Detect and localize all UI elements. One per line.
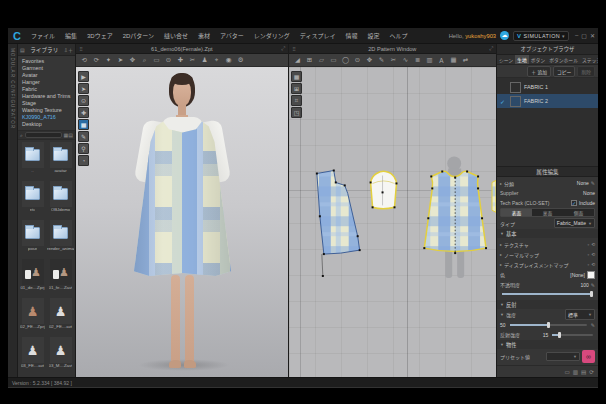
- side-tool-2d-snap[interactable]: ⊞: [291, 83, 302, 94]
- expander-icon[interactable]: ▸: [500, 262, 502, 267]
- slot-icon[interactable]: ▫: [588, 262, 590, 267]
- pattern-piece-side[interactable]: [316, 170, 361, 277]
- expander-icon[interactable]: ▼: [500, 312, 504, 317]
- library-file[interactable]: avatar: [47, 142, 74, 180]
- tool-2d-transform-pattern[interactable]: ◢: [292, 55, 303, 66]
- tool-3d-scissors-tool[interactable]: ✂: [187, 55, 198, 66]
- tool-3d-redo[interactable]: ⟳: [91, 55, 102, 66]
- tool-2d-internal-line-tool[interactable]: ≣: [412, 55, 423, 66]
- window-control-maximize[interactable]: ▢: [581, 32, 587, 39]
- pattern-piece-front[interactable]: [423, 171, 487, 255]
- tool-3d-gizmo-tool[interactable]: ⚙: [235, 55, 246, 66]
- library-file[interactable]: ♟ 02_FE…Zprj: [19, 298, 46, 336]
- expander-icon[interactable]: ▸: [500, 181, 502, 186]
- tool-3d-move-tool[interactable]: ✥: [127, 55, 138, 66]
- modular-configurator-rail[interactable]: MODULAR CONFIGURATOR: [8, 44, 18, 377]
- side-tool-3d-pose[interactable]: ⚲: [78, 143, 89, 154]
- library-location[interactable]: KJ0990_A716: [18, 114, 75, 121]
- side-tool-3d-sew[interactable]: ✚: [78, 107, 89, 118]
- window-control-close[interactable]: ✕: [590, 32, 595, 39]
- object-tab[interactable]: ボタンホール: [547, 55, 580, 64]
- edit-icon[interactable]: ✎: [591, 322, 595, 328]
- tool-3d-show-avatar[interactable]: ◉: [223, 55, 234, 66]
- tool-3d-select-tool[interactable]: ➤: [115, 55, 126, 66]
- expand-icon[interactable]: ⤢: [489, 45, 493, 52]
- library-file[interactable]: ♟ 01_fe…Zavt: [47, 259, 74, 297]
- include-checkbox[interactable]: ✓: [571, 200, 577, 206]
- menu-item[interactable]: アバター: [216, 29, 248, 42]
- library-file[interactable]: render_animat: [47, 220, 74, 258]
- library-location[interactable]: Fabric: [18, 86, 75, 93]
- footer-icon-view-single[interactable]: ▭: [564, 369, 569, 375]
- viewport-3d[interactable]: ▶➤⊙✚▦✎⚲◔: [76, 67, 288, 377]
- menu-item[interactable]: 編集: [61, 29, 81, 42]
- menu-item[interactable]: 3Dウェア: [83, 29, 117, 42]
- side-tool-2d-measure[interactable]: ⌗: [291, 95, 302, 106]
- library-file[interactable]: OBJdemo: [47, 181, 74, 219]
- object-tab[interactable]: 生地: [515, 55, 529, 64]
- reload-icon[interactable]: ⟲: [591, 262, 595, 267]
- tool-3d-mannequin-tool[interactable]: ♟: [199, 55, 210, 66]
- library-file[interactable]: pose: [19, 220, 46, 258]
- tool-2d-seam-tool[interactable]: ∿: [400, 55, 411, 66]
- library-file[interactable]: ♟ 02_FE…avt: [47, 298, 74, 336]
- section-reflection[interactable]: ▼反射: [497, 300, 598, 309]
- edit-icon[interactable]: ✎: [591, 180, 595, 186]
- slot-icon[interactable]: ▫: [588, 252, 590, 257]
- side-tool-2d-layout[interactable]: ◳: [291, 107, 302, 118]
- intensity-slider[interactable]: [510, 324, 587, 326]
- type-dropdown[interactable]: Fabric_Matte ▼: [554, 218, 595, 228]
- object-action-button-add[interactable]: ＋ 追加: [527, 66, 551, 77]
- color-swatch[interactable]: [587, 271, 595, 279]
- tool-3d-zoom-tool[interactable]: ⌕: [139, 55, 150, 66]
- menu-item[interactable]: ヘルプ: [385, 29, 411, 42]
- tool-2d-sync-tool[interactable]: ⇄: [460, 55, 471, 66]
- reload-icon[interactable]: ⟲: [591, 252, 595, 257]
- menu-item[interactable]: レンダリング: [250, 29, 294, 42]
- library-location[interactable]: Stage: [18, 100, 75, 107]
- tool-2d-grading-tool[interactable]: ▦: [448, 55, 459, 66]
- pattern-piece-sleeve[interactable]: [370, 171, 398, 209]
- opacity-slider[interactable]: [502, 293, 593, 295]
- intensity-dropdown[interactable]: 標準 ▼: [565, 309, 595, 320]
- menu-item[interactable]: 素材: [194, 29, 214, 42]
- search-input[interactable]: [25, 132, 62, 138]
- tool-3d-pin-tool[interactable]: ⊙: [163, 55, 174, 66]
- footer-icon-view-rows[interactable]: ▤: [581, 369, 586, 375]
- library-location[interactable]: Favorites: [18, 58, 75, 65]
- library-location[interactable]: Hardware and Trims: [18, 93, 75, 100]
- library-location[interactable]: Desktop: [18, 121, 75, 128]
- slot-icon[interactable]: ▫: [588, 242, 590, 247]
- footer-icon-view-columns[interactable]: ▥: [573, 369, 578, 375]
- reload-icon[interactable]: ⟲: [591, 242, 595, 247]
- footer-icon-refresh[interactable]: ⟳: [589, 369, 594, 375]
- face-tab[interactable]: 表面: [501, 209, 532, 216]
- menu-item[interactable]: ファイル: [27, 29, 59, 42]
- library-location[interactable]: Garment: [18, 65, 75, 72]
- tool-2d-circle-tool[interactable]: ◯: [340, 55, 351, 66]
- menu-item[interactable]: 2Dパターン: [119, 29, 158, 42]
- preset-dropdown[interactable]: ▼: [546, 352, 580, 361]
- tool-2d-polygon-tool[interactable]: ▱: [316, 55, 327, 66]
- tool-2d-dart-tool[interactable]: ⊙: [352, 55, 363, 66]
- tool-2d-text-tool[interactable]: A: [436, 55, 447, 66]
- edit-icon[interactable]: ✎: [591, 282, 595, 288]
- tool-2d-edit-point-tool[interactable]: ✎: [376, 55, 387, 66]
- panel-menu-icon[interactable]: ▤: [20, 47, 25, 53]
- side-tool-3d-render[interactable]: ◔: [78, 155, 89, 166]
- side-tool-3d-pen[interactable]: ✎: [78, 131, 89, 142]
- face-tab[interactable]: 裏面: [532, 209, 563, 216]
- simulation-dropdown[interactable]: V SIMULATION ▾: [513, 31, 569, 41]
- fabric-row-fabric-2[interactable]: ✓ FABRIC 2: [497, 94, 598, 108]
- object-tab[interactable]: ステッチ: [580, 55, 598, 64]
- tool-3d-light[interactable]: ✦: [103, 55, 114, 66]
- roughness-slider[interactable]: [552, 334, 593, 336]
- clo-set-connect-button[interactable]: ∞: [582, 350, 595, 363]
- view-icon-view-list[interactable]: ▤: [68, 132, 73, 138]
- object-tab[interactable]: シーン: [497, 55, 515, 64]
- library-location[interactable]: Avatar: [18, 72, 75, 79]
- library-file[interactable]: ♟ 01_de…Zprj: [19, 259, 46, 297]
- side-tool-3d-pin[interactable]: ⊙: [78, 95, 89, 106]
- tool-3d-tape-tool[interactable]: ⌖: [211, 55, 222, 66]
- menu-item[interactable]: ディスプレイ: [296, 29, 340, 42]
